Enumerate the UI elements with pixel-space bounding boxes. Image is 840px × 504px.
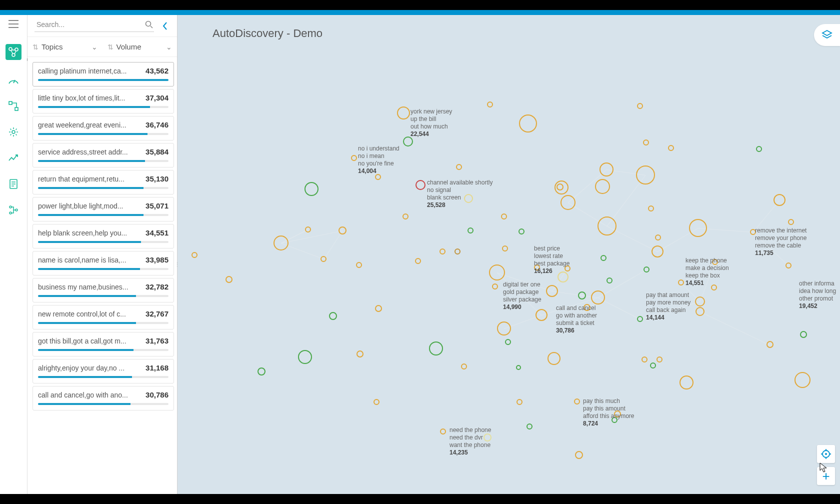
graph-node[interactable] <box>574 398 580 404</box>
node-label[interactable]: channel available shortlyno signalblank … <box>427 179 492 209</box>
nav-flow-icon[interactable] <box>8 100 20 112</box>
graph-node[interactable] <box>546 285 558 297</box>
nav-settings-icon[interactable] <box>8 126 20 138</box>
graph-node[interactable] <box>429 342 443 356</box>
graph-node[interactable] <box>397 106 410 120</box>
menu-toggle-icon[interactable] <box>8 18 20 30</box>
node-label[interactable]: pay this muchpay this amountafford this … <box>583 398 634 428</box>
graph-node[interactable] <box>402 214 408 220</box>
nav-notes-icon[interactable] <box>8 178 20 190</box>
graph-node[interactable] <box>519 114 537 132</box>
graph-node[interactable] <box>774 194 786 206</box>
graph-node[interactable] <box>374 399 380 405</box>
graph-node[interactable] <box>274 236 288 250</box>
node-label[interactable]: york new jerseyup the billout how much22… <box>410 108 452 138</box>
graph-node[interactable] <box>403 136 413 146</box>
graph-node[interactable] <box>192 252 198 258</box>
node-label[interactable]: no i understandno i meanno you're fine14… <box>358 145 400 175</box>
graph-node[interactable] <box>636 166 655 184</box>
graph-node[interactable] <box>338 226 346 234</box>
graph-node[interactable] <box>258 368 266 376</box>
graph-node[interactable] <box>800 331 807 338</box>
graph-node[interactable] <box>440 428 446 434</box>
graph-node[interactable] <box>680 376 694 390</box>
graph-node[interactable] <box>526 424 532 430</box>
graph-node[interactable] <box>492 284 498 290</box>
graph-node[interactable] <box>440 248 446 254</box>
graph-node[interactable] <box>637 103 643 109</box>
topic-item[interactable]: great weekend,great eveni... 36,746 <box>32 116 174 140</box>
graph-node[interactable] <box>786 262 792 268</box>
nav-hierarchy-icon[interactable] <box>8 204 20 216</box>
graph-node[interactable] <box>497 322 511 336</box>
graph-node[interactable] <box>598 216 616 236</box>
graph-node[interactable] <box>578 292 586 300</box>
graph-node[interactable] <box>689 219 707 237</box>
graph-node[interactable] <box>501 214 507 220</box>
graph-node[interactable] <box>575 451 583 459</box>
search-input[interactable] <box>34 18 145 32</box>
topic-item[interactable]: service address,street addr... 35,884 <box>32 143 174 168</box>
graph-node[interactable] <box>548 352 560 365</box>
topic-item[interactable]: new remote control,lot of c... 32,767 <box>32 305 174 330</box>
graph-node[interactable] <box>756 146 762 152</box>
graph-node[interactable] <box>788 219 794 225</box>
node-label[interactable]: digital tier onegold packagesilver packa… <box>503 281 542 311</box>
graph-node[interactable] <box>643 140 649 146</box>
graph-node[interactable] <box>642 356 648 362</box>
graph-node[interactable] <box>595 179 610 194</box>
graph-node[interactable] <box>502 246 508 252</box>
graph-node[interactable] <box>668 145 674 151</box>
graph-node[interactable] <box>356 350 364 358</box>
search-icon[interactable] <box>145 20 154 28</box>
graph-node[interactable] <box>415 258 421 264</box>
graph-node[interactable] <box>696 307 704 316</box>
recenter-button[interactable] <box>817 445 835 463</box>
graph-node[interactable] <box>606 278 612 284</box>
node-label[interactable]: remove the internetremove your phoneremo… <box>755 227 806 257</box>
graph-node[interactable] <box>320 256 326 262</box>
node-label[interactable]: keep the phonemake a decisionkeep the bo… <box>686 257 729 287</box>
topic-item[interactable]: got this bill,got a call,got m... 31,763 <box>32 332 174 356</box>
graph-node[interactable] <box>461 364 467 370</box>
graph-node[interactable] <box>416 180 426 190</box>
graph-node[interactable] <box>304 182 318 196</box>
graph-node[interactable] <box>298 350 312 364</box>
graph-node[interactable] <box>794 372 810 388</box>
topic-item[interactable]: name is carol,name is lisa,... 33,985 <box>32 251 174 276</box>
graph-node[interactable] <box>655 234 661 240</box>
node-label[interactable]: best pricelowest ratebest package16,126 <box>534 245 570 275</box>
add-button[interactable]: + <box>817 467 835 485</box>
graph-node[interactable] <box>766 341 774 348</box>
graph-node[interactable] <box>652 246 664 258</box>
graph-node[interactable] <box>644 266 650 272</box>
graph-node[interactable] <box>678 280 684 286</box>
topic-item[interactable]: alrighty,enjoy your day,no ... 31,168 <box>32 359 174 384</box>
topics-list[interactable]: calling platinum internet,ca... 43,562 l… <box>28 57 177 494</box>
graph-node[interactable] <box>329 312 337 320</box>
graph-node[interactable] <box>505 339 511 345</box>
layers-button[interactable] <box>814 24 840 46</box>
topic-item[interactable]: calling platinum internet,ca... 43,562 <box>32 62 174 86</box>
node-label[interactable]: pay that amountpay more moneycall back a… <box>646 292 690 322</box>
topic-item[interactable]: power light,blue light,mod... 35,071 <box>32 197 174 222</box>
graph-node[interactable] <box>656 356 662 362</box>
nav-trends-icon[interactable] <box>8 152 20 164</box>
topic-item[interactable]: help blank screen,help you... 34,551 <box>32 224 174 248</box>
graph-node[interactable] <box>487 102 493 108</box>
graph-node[interactable] <box>695 296 705 306</box>
graph-node[interactable] <box>556 184 564 190</box>
graph-node[interactable] <box>560 195 576 210</box>
graph-node[interactable] <box>226 276 232 283</box>
graph-node[interactable] <box>456 164 462 170</box>
nav-discovery-icon[interactable] <box>6 44 22 60</box>
topic-item[interactable]: business my name,busines... 32,782 <box>32 278 174 302</box>
graph-node[interactable] <box>591 290 605 304</box>
topic-item[interactable]: little tiny box,lot of times,lit... 37,3… <box>32 89 174 114</box>
graph-node[interactable] <box>600 162 614 176</box>
graph-node[interactable] <box>375 305 382 312</box>
graph-node[interactable] <box>489 264 505 280</box>
node-label[interactable]: call and cancelgo with anothersubmit a t… <box>556 304 597 334</box>
node-label[interactable]: other informaidea how longother promot19… <box>799 280 836 310</box>
graph-node[interactable] <box>468 228 474 234</box>
